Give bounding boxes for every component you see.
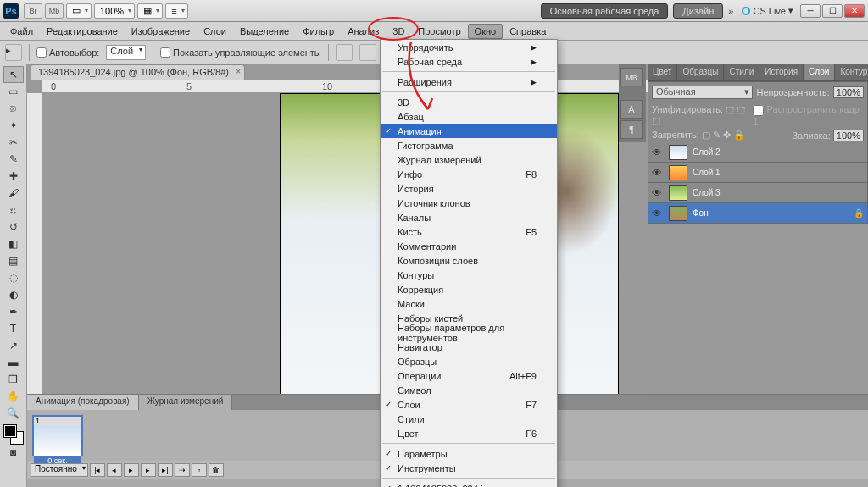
- hand-tool-icon[interactable]: ✋: [3, 388, 24, 405]
- workspace-main-button[interactable]: Основная рабочая среда: [541, 3, 669, 19]
- layer-row[interactable]: 👁Фон🔒: [648, 203, 867, 224]
- menu-histogram[interactable]: Гистограмма: [381, 138, 557, 152]
- zoom-combo[interactable]: 100%: [94, 3, 135, 19]
- 3d-tool-icon[interactable]: ❒: [3, 371, 24, 388]
- propagate-checkbox[interactable]: [753, 105, 764, 116]
- marquee-tool-icon[interactable]: ▭: [3, 83, 24, 100]
- menu-extensions[interactable]: Расширения▶: [381, 75, 557, 89]
- layer-thumb[interactable]: [669, 165, 687, 180]
- menu-arrange[interactable]: Упорядочить▶: [381, 40, 557, 54]
- menu-contours[interactable]: Контуры: [381, 268, 557, 282]
- menu-layer-comps[interactable]: Композиции слоев: [381, 253, 557, 268]
- menu-view[interactable]: Просмотр: [411, 24, 467, 39]
- duplicate-frame-button[interactable]: ▫: [192, 463, 207, 477]
- layer-row[interactable]: 👁Слой 1: [648, 163, 867, 183]
- menu-masks[interactable]: Маски: [381, 296, 557, 311]
- menu-edit[interactable]: Редактирование: [40, 24, 125, 39]
- move-tool-preset-icon[interactable]: ▸: [5, 44, 22, 61]
- menu-analysis[interactable]: Анализ: [341, 24, 386, 39]
- loop-combo[interactable]: Постоянно: [31, 463, 88, 477]
- tab-styles[interactable]: Стили: [724, 64, 760, 80]
- menu-3d[interactable]: 3D: [386, 24, 411, 39]
- menu-adjustments[interactable]: Коррекция: [381, 282, 557, 296]
- eyedropper-tool-icon[interactable]: ✎: [3, 151, 24, 168]
- zoom-tool-icon[interactable]: 🔍: [3, 405, 24, 422]
- menu-navigator[interactable]: Навигатор: [381, 340, 557, 354]
- align-1-icon[interactable]: [336, 44, 353, 61]
- minibridge-dock-icon[interactable]: мв: [620, 68, 643, 86]
- move-tool-icon[interactable]: ↖: [3, 66, 24, 83]
- blend-mode-combo[interactable]: Обычная: [652, 86, 753, 99]
- heal-tool-icon[interactable]: ✚: [3, 168, 24, 185]
- menu-info[interactable]: ИнфоF8: [381, 167, 557, 181]
- eraser-tool-icon[interactable]: ◧: [3, 235, 24, 252]
- path-tool-icon[interactable]: ↗: [3, 337, 24, 354]
- tab-history[interactable]: История: [760, 64, 804, 80]
- minimize-button[interactable]: ─: [800, 4, 821, 18]
- eye-icon[interactable]: 👁: [652, 208, 664, 219]
- layer-thumb[interactable]: [669, 185, 687, 201]
- menu-clone-source[interactable]: Источник клонов: [381, 196, 557, 210]
- character-dock-icon[interactable]: A: [620, 100, 643, 119]
- minibridge-icon[interactable]: Mb: [45, 3, 64, 19]
- arrange-combo[interactable]: ▦: [137, 3, 163, 19]
- menu-layer[interactable]: Слои: [197, 24, 233, 39]
- document-tab[interactable]: 1394185023_024.jpg @ 100% (Фон, RGB/8#)×: [31, 64, 245, 80]
- layer-thumb[interactable]: [669, 206, 687, 221]
- menu-paragraph[interactable]: Абзац: [381, 109, 557, 124]
- color-swatch[interactable]: [4, 425, 23, 444]
- tab-layers[interactable]: Слои: [804, 64, 835, 80]
- menu-layers-panel[interactable]: ✓СлоиF7: [381, 397, 557, 412]
- blur-tool-icon[interactable]: ◌: [3, 269, 24, 286]
- menu-select[interactable]: Выделение: [233, 24, 296, 39]
- menu-styles[interactable]: Стили: [381, 412, 557, 426]
- workspace-more[interactable]: »: [728, 6, 733, 16]
- tab-close-icon[interactable]: ×: [236, 67, 241, 76]
- menu-tools[interactable]: ✓Инструменты: [381, 461, 557, 475]
- layer-row[interactable]: 👁Слой 3: [648, 183, 867, 203]
- align-2-icon[interactable]: [359, 44, 376, 61]
- last-frame-button[interactable]: ▸|: [158, 463, 173, 477]
- layer-row[interactable]: 👁Слой 2: [648, 142, 867, 163]
- eye-icon[interactable]: 👁: [652, 187, 664, 199]
- wand-tool-icon[interactable]: ✦: [3, 117, 24, 134]
- menu-file[interactable]: Файл: [3, 24, 40, 39]
- menu-help[interactable]: Справка: [503, 24, 553, 39]
- play-button[interactable]: ▸: [124, 463, 139, 477]
- autoselect-combo[interactable]: Слой: [106, 45, 146, 60]
- shape-tool-icon[interactable]: ▬: [3, 354, 24, 371]
- fill-value[interactable]: 100%: [833, 130, 864, 141]
- menu-channels[interactable]: Каналы: [381, 210, 557, 224]
- layer-thumb[interactable]: [669, 145, 687, 160]
- eye-icon[interactable]: 👁: [652, 147, 664, 158]
- menu-animation[interactable]: ✓Анимация: [381, 124, 557, 138]
- workspace-design-button[interactable]: Дизайн: [673, 3, 723, 19]
- type-tool-icon[interactable]: T: [3, 320, 24, 337]
- tween-button[interactable]: ⇢: [175, 463, 190, 477]
- tab-color[interactable]: Цвет: [648, 64, 677, 80]
- gradient-tool-icon[interactable]: ▤: [3, 252, 24, 269]
- cslive-button[interactable]: CS Live▾: [742, 5, 793, 16]
- lasso-tool-icon[interactable]: ⟄: [3, 100, 24, 117]
- menu-3d-panel[interactable]: 3D: [381, 95, 557, 109]
- tab-measurement-log[interactable]: Журнал измерений: [139, 395, 233, 410]
- fg-color-icon[interactable]: [4, 425, 16, 437]
- menu-tool-presets[interactable]: Наборы параметров для инструментов: [381, 325, 557, 340]
- animation-frame[interactable]: 1 0 сек.: [32, 415, 83, 456]
- tab-animation[interactable]: Анимация (покадровая): [27, 395, 139, 410]
- dodge-tool-icon[interactable]: ◐: [3, 286, 24, 303]
- autoselect-checkbox[interactable]: [36, 47, 47, 58]
- menu-symbol[interactable]: Символ: [381, 383, 557, 397]
- pen-tool-icon[interactable]: ✒: [3, 303, 24, 320]
- menu-history-panel[interactable]: История: [381, 181, 557, 196]
- eye-icon[interactable]: 👁: [652, 167, 664, 179]
- next-frame-button[interactable]: ▸: [141, 463, 156, 477]
- menu-measurement-log[interactable]: Журнал измерений: [381, 152, 557, 167]
- menu-workspace[interactable]: Рабочая среда▶: [381, 54, 557, 69]
- bridge-icon[interactable]: Br: [24, 3, 42, 19]
- stamp-tool-icon[interactable]: ⎌: [3, 202, 24, 219]
- tab-swatches[interactable]: Образцы: [677, 64, 724, 80]
- ps-logo-icon[interactable]: Ps: [3, 3, 19, 19]
- menu-swatches[interactable]: Образцы: [381, 354, 557, 368]
- screen-mode-combo[interactable]: ▭: [66, 3, 92, 19]
